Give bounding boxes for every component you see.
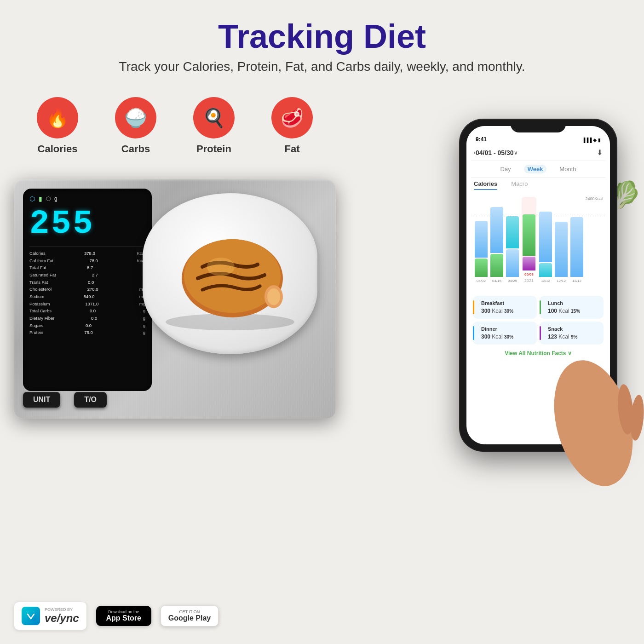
google-play-name: Google Play [168,614,211,622]
bar-teal-1212a [539,263,552,277]
nutrition-list: Calories 378.0 Kcal Cal from Fat 78.0 Kc… [29,250,145,336]
date-label-1212a: 12/12 [541,279,550,283]
page-subtitle: Track your Calories, Protein, Fat, and C… [9,59,635,74]
year-label: 2021 [524,278,534,283]
bar-group-0425: 04/25 [506,203,519,283]
calories-label: Calories [38,143,78,155]
nut-sodium-value: 549.0 [84,293,95,300]
bar-blue-1212a [539,212,552,262]
svg-point-3 [207,258,235,276]
nut-protein-label: Protein [29,329,43,336]
carbs-label: Carbs [121,143,150,155]
vesync-brand-name: ve/ync [45,612,79,625]
app-store-badge[interactable]: Download on the App Store [96,606,151,626]
nutrition-row-sodium: Sodium 549.0 mg [29,293,145,300]
bluetooth-icon: ⬡ [29,195,35,202]
unit-button[interactable]: UNIT [23,392,60,408]
chart-max-label: 2400Kcal [585,196,603,201]
phone-notch [511,120,566,132]
calories-icon-item: 🔥 Calories [37,97,78,155]
phone-container: 9:41 ▐▐▐ ◈ ▮ ‹ 04/01 - 05/30 ∨ ⬇ [460,120,635,469]
date-label-0402: 04/02 [477,279,486,283]
vesync-text: POWERED BY ve/ync [45,607,79,625]
date-label-0503: 05/03 [524,272,534,276]
chart-bars: 04/02 04/15 [473,200,604,283]
fat-icon-item: 🥩 Fat [271,97,313,155]
app-store-top-text: Download on the [108,610,139,614]
google-play-badge[interactable]: GET IT ON Google Play [161,605,218,627]
bar-purple-0503 [523,257,535,270]
date-label-0415: 04/15 [492,279,501,283]
tab-macro[interactable]: Macro [511,180,528,190]
bar-teal-0425 [506,216,519,248]
bar-green-0402 [475,259,488,277]
protein-label: Protein [196,143,231,155]
nut-totalcarbs-label: Total Carbs [29,307,52,315]
nutrition-row-totalfat: Total Fat 8.7 g [29,264,145,271]
nut-fiber-label: Dietary Fiber [29,315,54,322]
carbs-icon-item: 🍚 Carbs [115,97,156,155]
nut-protein-value: 75.0 [84,329,93,336]
protein-icon: 🍳 [193,97,235,138]
svg-rect-11 [25,610,36,621]
calories-icon: 🔥 [37,97,78,138]
tab-calories[interactable]: Calories [474,180,497,190]
nutrition-row-calories: Calories 378.0 Kcal [29,250,145,257]
bar-blue-1212b [555,222,568,277]
tab-month[interactable]: Month [556,165,580,173]
main-content: ⬡ ▮ ⬡ g 255 Calories 378.0 Kcal Cal from… [0,101,644,644]
bar-group-1212a: 12/12 [539,203,552,283]
nutrition-row-protein: Protein 75.0 g [29,329,145,336]
nut-potassium-label: Potassium [29,300,50,308]
nut-calfat-value: 78.0 [89,257,98,264]
bar-blue-0415 [490,207,503,253]
power-tare-button[interactable]: T/O [74,392,107,408]
battery-icon: ▮ [39,195,42,202]
vesync-badge: POWERED BY ve/ync [14,602,87,630]
nut-calories-label: Calories [29,250,46,257]
chart-area: 2400Kcal 04/02 [471,193,605,294]
plate [143,193,317,354]
scale-container: ⬡ ▮ ⬡ g 255 Calories 378.0 Kcal Cal from… [14,179,336,437]
status-time: 9:41 [476,136,487,143]
vesync-logo-icon [24,610,37,622]
chevron-down-icon[interactable]: ∨ [514,150,518,156]
nut-totalcarbs-value: 0.0 [90,307,96,315]
nut-satfat-value: 2.7 [92,271,98,279]
tab-week[interactable]: Week [524,165,547,173]
bar-group-1212c: 12/12 [570,203,583,283]
scale-body: ⬡ ▮ ⬡ g 255 Calories 378.0 Kcal Cal from… [14,179,336,419]
nut-sugars-value: 0.0 [86,322,92,329]
app-store-name: App Store [106,614,141,622]
google-play-top-text: GET IT ON [179,610,200,614]
display-top-bar: ⬡ ▮ ⬡ g [29,195,145,202]
status-icons: ▐▐▐ ◈ ▮ [582,138,601,143]
date-range-label: 04/01 - 05/30 [476,149,514,156]
nut-sodium-label: Sodium [29,293,44,300]
page-title: Tracking Diet [9,18,635,55]
nutrition-row-sugars: Sugars 0.0 g [29,322,145,329]
fat-label: Fat [285,143,300,155]
bar-green-0503 [523,214,535,256]
breakfast-color-bar [473,300,474,314]
bar-group-0503: 05/03 2021 [522,197,536,283]
nutrition-row-totalcarbs: Total Carbs 0.0 g [29,307,145,315]
protein-icon-item: 🍳 Protein [193,97,235,155]
dinner-color-bar [473,326,474,340]
bar-blue-0402 [475,221,488,258]
date-label-1212b: 12/12 [557,279,566,283]
cube-icon: ⬡ [46,196,51,202]
nutrition-row-transfat: Trans Fat 0.0 g [29,279,145,286]
tab-day[interactable]: Day [497,165,515,173]
nut-transfat-label: Trans Fat [29,279,48,286]
download-icon[interactable]: ⬇ [597,148,603,157]
nutrition-row-chol: Cholesterol 270.0 mg [29,286,145,293]
food-plate-area [143,193,327,396]
app-header: ‹ 04/01 - 05/30 ∨ ⬇ [471,144,605,161]
nut-chol-value: 270.0 [87,286,98,293]
chicken-illustration [161,212,299,336]
fat-icon: 🥩 [271,97,313,138]
divider [29,247,145,247]
page-header: Tracking Diet Track your Calories, Prote… [0,0,644,83]
nav-tabs: Calories Macro [471,178,605,193]
